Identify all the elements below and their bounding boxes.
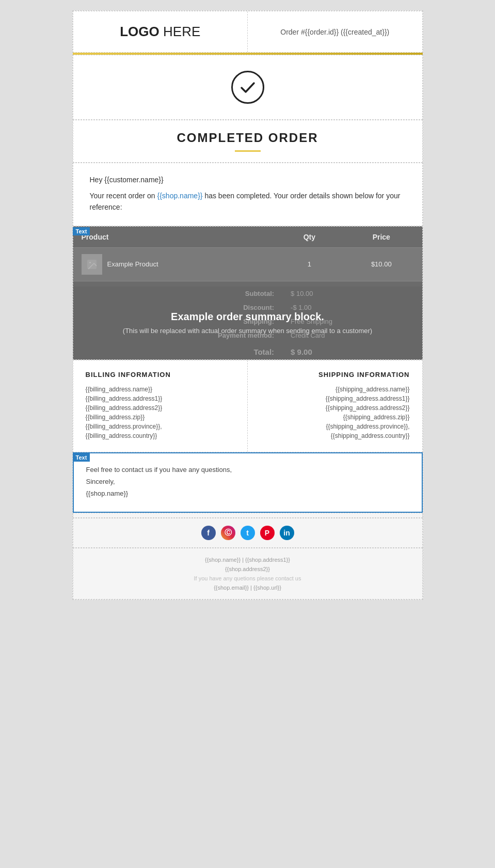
spacer bbox=[73, 513, 423, 518]
svg-point-1 bbox=[89, 262, 91, 263]
footer-text-badge: Text bbox=[73, 453, 90, 462]
shipping-zip: {{shipping_address.zip}} bbox=[260, 414, 410, 421]
logo-bold: LOGO bbox=[120, 24, 159, 39]
order-table: Product Qty Price bbox=[73, 227, 422, 281]
instagram-icon[interactable]: Ⓒ bbox=[221, 526, 235, 540]
billing-zip: {{billing_address.zip}} bbox=[86, 414, 235, 421]
footer-line3: {{shop.name}} bbox=[86, 490, 409, 497]
shipping-address2: {{shipping_address.address2}} bbox=[260, 404, 410, 412]
footer-addr-line1: {{shop.name}} | {{shop.address1}} bbox=[82, 557, 414, 563]
col-product: Product bbox=[73, 227, 278, 248]
greeting-body: Your recent order on {{shop.name}} has b… bbox=[90, 190, 406, 213]
billing-address1: {{billing_address.address1}} bbox=[86, 395, 235, 402]
billing-address2: {{billing_address.address2}} bbox=[86, 404, 235, 412]
order-table-section: Product Qty Price bbox=[73, 226, 423, 360]
table-header-row: Product Qty Price bbox=[73, 227, 422, 248]
example-overlay: Example order summary block. (This will … bbox=[73, 287, 422, 359]
shipping-address1: {{shipping_address.address1}} bbox=[260, 395, 410, 402]
product-name: Example Product bbox=[107, 260, 158, 268]
checkmark-circle bbox=[231, 71, 264, 104]
footer-email-url: {{shop.email}} | {{shop.url}} bbox=[82, 585, 414, 591]
greeting-shop-name: {{shop.name}} bbox=[157, 192, 203, 200]
order-text-badge: Text bbox=[73, 227, 90, 235]
footer-addr-line2: {{shop.address2}} bbox=[82, 566, 414, 572]
address-section: BILLING INFORMATION {{billing_address.na… bbox=[73, 360, 423, 452]
logo-text: LOGO HERE bbox=[120, 24, 200, 40]
shipping-cell: SHIPPING INFORMATION {{shipping_address.… bbox=[248, 360, 422, 452]
logo-regular: HERE bbox=[159, 24, 200, 39]
col-qty: Qty bbox=[278, 227, 341, 248]
facebook-icon[interactable]: f bbox=[201, 526, 216, 540]
product-qty: 1 bbox=[278, 247, 341, 281]
col-price: Price bbox=[341, 227, 422, 248]
logo-cell: LOGO HERE bbox=[73, 11, 248, 52]
product-image-placeholder bbox=[82, 254, 102, 275]
overlay-title: Example order summary block. bbox=[171, 311, 324, 323]
shipping-country: {{shipping_address.country}} bbox=[260, 432, 410, 439]
footer-badge-wrapper: Text Feel free to contact us if you have… bbox=[73, 452, 423, 513]
greeting-section: Hey {{customer.name}} Your recent order … bbox=[73, 163, 423, 226]
product-cell: Example Product bbox=[73, 247, 278, 281]
image-icon bbox=[86, 258, 98, 271]
title-section: COMPLETED ORDER bbox=[73, 120, 423, 163]
order-info-cell: Order #{{order.id}} ({{created_at}}) bbox=[248, 11, 422, 52]
footer-line1: Feel free to contact us if you have any … bbox=[86, 466, 409, 474]
social-section: f Ⓒ t P in bbox=[73, 518, 423, 548]
order-info-text: Order #{{order.id}} ({{created_at}}) bbox=[280, 28, 389, 36]
email-wrapper: LOGO HERE Order #{{order.id}} ({{created… bbox=[72, 10, 423, 600]
greeting-body-start: Your recent order on bbox=[90, 192, 157, 200]
footer-badge-abs: Text bbox=[73, 452, 90, 462]
table-row: Example Product 1 $10.00 bbox=[73, 247, 422, 281]
order-table-wrapper: Text Product Qty Price bbox=[73, 226, 423, 360]
billing-province: {{billing_address.province}}, bbox=[86, 423, 235, 430]
greeting-salutation: Hey {{customer.name}} bbox=[90, 176, 406, 184]
footer-address-section: {{shop.name}} | {{shop.address1}} {{shop… bbox=[73, 548, 423, 599]
header-section: LOGO HERE Order #{{order.id}} ({{created… bbox=[73, 11, 423, 53]
shipping-province: {{shipping_address.province}}, bbox=[260, 423, 410, 430]
checkmark-icon bbox=[238, 78, 257, 97]
overlay-subtitle: (This will be replaced with actual order… bbox=[123, 327, 372, 335]
checkmark-section bbox=[73, 55, 423, 120]
summary-area: Subtotal: $ 10.00 Discount: -$ 1.00 Ship… bbox=[73, 287, 422, 359]
footer-text-section: Feel free to contact us if you have any … bbox=[73, 452, 423, 513]
linkedin-icon[interactable]: in bbox=[280, 526, 294, 540]
billing-country: {{billing_address.country}} bbox=[86, 432, 235, 439]
title-underline bbox=[235, 150, 261, 152]
footer-line2: Sincerely, bbox=[86, 478, 409, 485]
completed-title: COMPLETED ORDER bbox=[84, 131, 412, 145]
pinterest-icon[interactable]: P bbox=[260, 526, 275, 540]
product-price: $10.00 bbox=[341, 247, 422, 281]
shipping-name: {{shipping_address.name}} bbox=[260, 386, 410, 393]
billing-title: BILLING INFORMATION bbox=[86, 371, 235, 378]
shipping-title: SHIPPING INFORMATION bbox=[260, 371, 410, 378]
twitter-icon[interactable]: t bbox=[241, 526, 255, 540]
billing-cell: BILLING INFORMATION {{billing_address.na… bbox=[73, 360, 248, 452]
billing-name: {{billing_address.name}} bbox=[86, 386, 235, 393]
footer-contact: If you have any quetions please contact … bbox=[82, 575, 414, 581]
order-badge-wrapper: Text bbox=[73, 226, 90, 235]
